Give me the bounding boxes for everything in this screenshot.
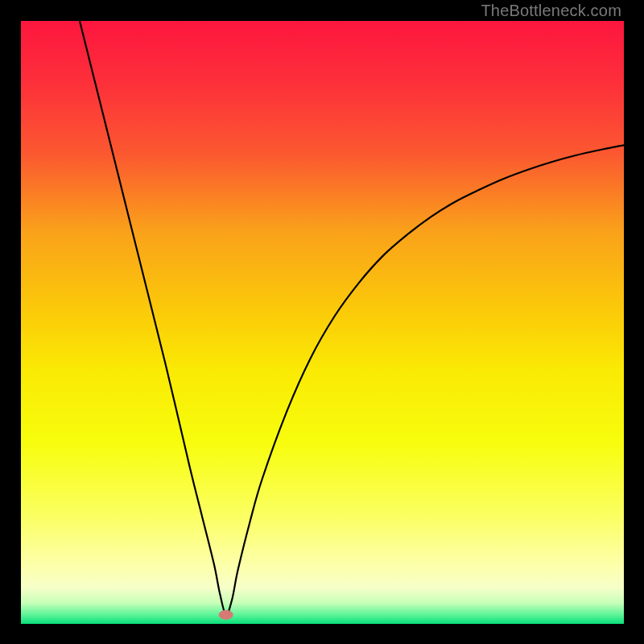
- frame-border-right: [624, 0, 644, 644]
- frame-border-left: [0, 0, 21, 644]
- frame-border-bottom: [0, 624, 644, 644]
- chart-background-gradient: [21, 21, 624, 624]
- attribution-watermark: TheBottleneck.com: [481, 2, 621, 20]
- chart-svg: [21, 21, 624, 624]
- bottleneck-chart: [21, 21, 624, 624]
- minimum-marker: [219, 610, 233, 620]
